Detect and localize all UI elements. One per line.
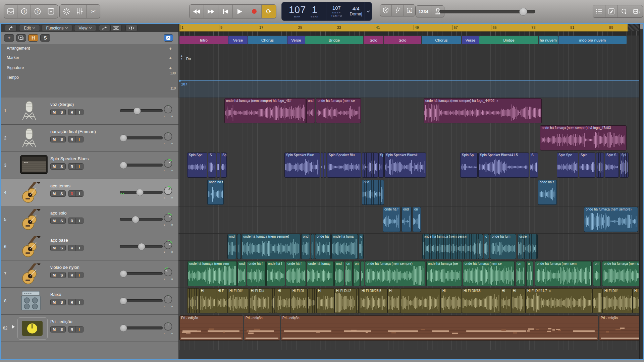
solo-button[interactable]: S [58,136,65,142]
hide-tracks-button[interactable]: H [28,34,38,42]
region[interactable]: Spin Spe [557,153,578,178]
region[interactable]: onde há f [247,261,266,286]
record-enable-button[interactable]: R [68,136,76,142]
region[interactable]: on [516,261,525,286]
volume-slider[interactable] [120,189,163,195]
region[interactable]: Pri - edição [599,315,643,341]
region[interactable]: Hi-F [216,288,228,313]
mute-button[interactable]: M [51,299,58,305]
scissors-button[interactable]: ✂ [87,5,100,18]
mute-button[interactable]: M [51,136,58,142]
pan-knob[interactable] [163,267,173,278]
input-monitor-button[interactable]: I [76,191,83,196]
arrangement-marker[interactable]: Chorus [422,36,461,44]
region[interactable] [362,153,378,178]
region[interactable]: on [345,261,353,286]
region[interactable]: Hi [387,288,400,313]
input-monitor-button[interactable]: I [76,136,83,142]
region[interactable] [321,153,323,178]
pan-knob[interactable] [163,321,173,332]
mute-button[interactable]: M [51,164,58,169]
view-menu[interactable]: View [74,25,96,31]
vertical-scrollbar[interactable] [639,24,643,359]
region[interactable] [237,234,241,259]
region[interactable]: onde há fum [490,234,516,259]
list-editors-button[interactable] [593,5,605,17]
lcd-display[interactable]: 107BAR 1BEAT 107 KEEP TEMPO 4/4 Domaj [282,2,372,20]
volume-knob[interactable] [120,324,127,332]
region[interactable]: ond [401,207,412,232]
region[interactable]: Pri - edição [179,315,243,341]
region[interactable]: onde há f [538,180,557,205]
duplicate-track-button[interactable] [16,34,26,42]
pan-knob[interactable] [163,294,173,305]
track-lane[interactable] [178,179,643,206]
track-header-5[interactable]: 5aço soloMSRILR [1,206,178,233]
region[interactable]: ond [362,180,384,205]
tuner-button[interactable] [392,5,404,16]
region[interactable] [361,261,364,286]
arrangement-marker[interactable]: Bridge [305,36,363,44]
region[interactable]: ond [306,98,315,123]
region[interactable]: Hi-Fi DI# [228,288,249,313]
global-track-signature[interactable]: Signature + [1,63,178,73]
volume-slider[interactable] [120,298,163,303]
region[interactable]: Spin [579,153,595,178]
region[interactable]: on [413,207,421,232]
arrangement-marker[interactable]: Chorus [248,36,287,44]
pan-knob[interactable] [163,240,173,250]
region[interactable]: onde há fumaça (nem sempre) há fogo_47#0… [540,125,627,150]
region[interactable]: onde há fumaça (nem sem [535,261,592,286]
global-tracks-toggle-button[interactable] [164,34,173,42]
tempo-line[interactable] [179,80,640,81]
pan-knob[interactable] [163,158,173,169]
region[interactable] [187,288,199,313]
track-header-6[interactable]: 6aço baseMSRILR [1,233,178,260]
region[interactable]: onde há fumaça (nem sempre) [241,234,301,259]
region[interactable]: onde há [315,234,331,259]
play-button[interactable] [233,5,247,18]
region[interactable]: onde há fumaça (nem se [463,261,515,286]
track-name[interactable]: aço temas [50,183,70,188]
volume-slider[interactable] [120,244,163,249]
solo-button[interactable]: S [58,326,65,332]
toolbar-toggle-button[interactable] [44,5,58,18]
rewind-button[interactable] [190,5,204,18]
arrangement-marker[interactable]: Verse [462,36,479,44]
region[interactable]: onde há f [383,207,400,232]
region[interactable]: onde há f [266,261,285,286]
region[interactable] [311,234,314,259]
global-track-marker[interactable]: Marker + [1,53,178,63]
region[interactable] [356,288,360,313]
track-name[interactable]: violão de nylon [50,265,79,270]
record-enable-button[interactable]: R [68,191,76,196]
solo-mode-button[interactable]: S [404,5,415,16]
region[interactable]: on [353,261,360,286]
region[interactable]: onde há fumaça (nem sempre) há fogo_43# [224,98,306,123]
media-browser-button[interactable]: ♪ [630,5,643,17]
master-volume-knob[interactable] [519,8,527,16]
region[interactable]: onde h [518,234,538,259]
scrollbar-thumb[interactable] [640,24,643,29]
region[interactable]: o [484,234,489,259]
region[interactable]: ond [227,234,236,259]
mixer-button[interactable] [73,5,87,18]
quick-help-button[interactable]: ? [31,5,44,18]
arrangement-marker[interactable]: indo pra nuvem [558,36,627,44]
region[interactable]: Spin Speaker Blu [327,153,361,178]
record-button[interactable] [247,5,262,18]
replace-mode-button[interactable] [380,5,392,16]
volume-knob[interactable] [120,162,127,169]
input-monitor-button[interactable]: I [76,299,83,305]
volume-slider[interactable] [120,108,163,113]
record-enable-button[interactable]: R [68,109,76,115]
mute-button[interactable]: M [51,245,58,251]
region[interactable]: Hi-Fi DI#41.7○ [526,288,593,313]
volume-slider[interactable] [120,135,163,140]
solo-button[interactable]: S [58,218,65,224]
note-pads-button[interactable] [605,5,618,17]
global-solo-button[interactable]: S [40,34,50,42]
region[interactable]: Hi [199,288,216,313]
track-header-4[interactable]: 4aço temasMSRILR [1,179,178,206]
region[interactable]: Hi-Fi DI# [249,288,270,313]
